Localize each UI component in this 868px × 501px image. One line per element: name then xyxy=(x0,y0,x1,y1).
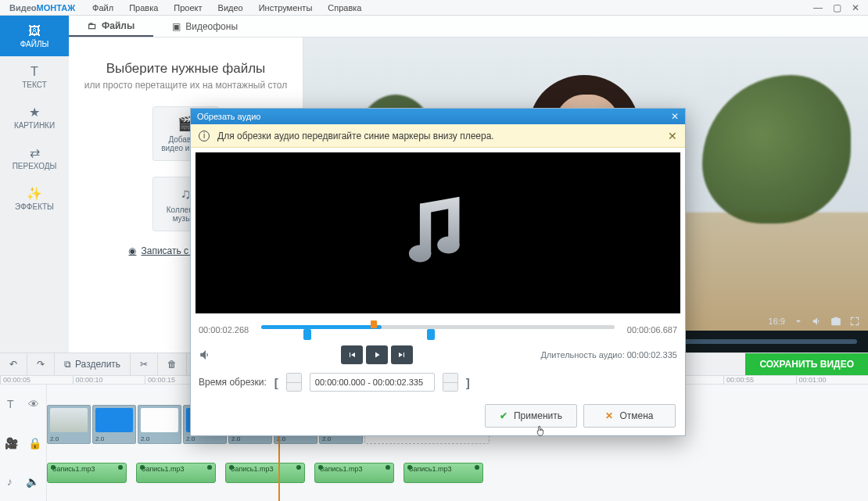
save-video-button[interactable]: СОХРАНИТЬ ВИДЕО xyxy=(745,353,868,375)
apply-button[interactable]: ✔ Применить xyxy=(485,404,577,428)
trim-range-input[interactable] xyxy=(310,373,435,392)
menu-project[interactable]: Проект xyxy=(166,3,210,13)
duration-label: Длительность аудио: 00:00:02.335 xyxy=(540,350,677,360)
volume-icon[interactable] xyxy=(199,348,213,362)
dialog-close-icon[interactable]: ✕ xyxy=(671,111,679,122)
split-button[interactable]: ⧉Разделить xyxy=(55,353,131,375)
delete-button[interactable]: 🗑 xyxy=(158,353,187,375)
audio-preview xyxy=(195,152,680,313)
check-icon: ✔ xyxy=(500,410,508,421)
volume-icon[interactable] xyxy=(812,316,823,327)
video-icon: ▣ xyxy=(172,21,181,32)
close-icon: ✕ xyxy=(605,410,613,421)
audio-clip[interactable]: Запись1.mp3 xyxy=(136,463,216,483)
audio-seek[interactable] xyxy=(261,322,615,338)
trim-audio-dialog: Обрезать аудио ✕ i Для обрезки аудио пер… xyxy=(190,108,686,436)
window-maximize-icon[interactable]: ▢ xyxy=(829,2,845,13)
video-track-icon[interactable]: 🎥 xyxy=(5,437,18,449)
hint-close-icon[interactable]: ✕ xyxy=(668,130,677,142)
audio-clip[interactable]: Запись1.mp3 xyxy=(404,463,483,483)
bracket-close-icon[interactable]: ] xyxy=(466,376,470,389)
nav-pictures[interactable]: ★КАРТИНКИ xyxy=(0,97,69,138)
nav-text[interactable]: TТЕКСТ xyxy=(0,56,69,97)
music-note-icon xyxy=(395,190,481,276)
camera-icon[interactable] xyxy=(830,316,841,327)
scissors-icon: ✂ xyxy=(140,359,148,370)
window-close-icon[interactable]: ✕ xyxy=(848,2,863,13)
lock-icon[interactable]: 🔒 xyxy=(28,437,41,449)
dialog-hint: i Для обрезки аудио передвигайте синие м… xyxy=(191,124,685,148)
menu-tools[interactable]: Инструменты xyxy=(251,3,321,13)
trim-end-handle[interactable] xyxy=(427,329,435,340)
play-button[interactable] xyxy=(366,345,388,364)
filepanel-title: Выберите нужные файлы xyxy=(106,61,266,77)
preview-controls: 16:9 xyxy=(761,312,868,331)
menu-file[interactable]: Файл xyxy=(84,3,121,13)
dialog-title: Обрезать аудио xyxy=(197,112,260,121)
app-brand: ВидеоМОНТАЖ xyxy=(0,3,84,13)
time-end: 00:00:06.687 xyxy=(622,325,677,335)
playhead-handle[interactable] xyxy=(371,320,377,328)
menubar: ВидеоМОНТАЖ Файл Правка Проект Видео Инс… xyxy=(0,0,868,16)
cut-button[interactable]: ✂ xyxy=(131,353,158,375)
menu-edit[interactable]: Правка xyxy=(121,3,166,13)
split-icon: ⧉ xyxy=(64,359,71,370)
trim-label: Время обрезки: xyxy=(199,377,267,388)
video-clip[interactable]: 2.0 xyxy=(92,405,136,444)
chevron-down-icon[interactable] xyxy=(793,316,804,327)
cancel-button[interactable]: ✕ Отмена xyxy=(583,404,676,428)
folder-icon: 🗀 xyxy=(88,20,97,31)
transition-icon: ⇄ xyxy=(30,145,40,160)
tab-videophones[interactable]: ▣Видеофоны xyxy=(153,16,256,37)
menu-help[interactable]: Справка xyxy=(320,3,369,13)
undo-icon: ↶ xyxy=(9,359,17,370)
sparkle-icon: ✨ xyxy=(27,186,42,201)
window-minimize-icon[interactable]: — xyxy=(810,2,826,13)
text-icon: T xyxy=(30,65,38,79)
menu-video[interactable]: Видео xyxy=(210,3,251,13)
nav-transitions[interactable]: ⇄ПЕРЕХОДЫ xyxy=(0,138,69,178)
redo-button[interactable]: ↷ xyxy=(27,353,55,375)
undo-button[interactable]: ↶ xyxy=(0,353,27,375)
audio-clip[interactable]: Запись1.mp3 xyxy=(314,463,394,483)
record-icon: ◉ xyxy=(128,245,136,256)
trim-start-stepper[interactable] xyxy=(286,373,302,392)
video-clip[interactable]: 2.0 xyxy=(47,405,91,444)
star-icon: ★ xyxy=(29,105,40,120)
info-icon: i xyxy=(199,131,210,141)
prev-button[interactable] xyxy=(341,345,363,364)
audio-clip[interactable]: Запись1.mp3 xyxy=(225,463,305,483)
image-icon: 🖼 xyxy=(28,24,41,38)
next-button[interactable] xyxy=(391,345,413,364)
nav-effects[interactable]: ✨ЭФФЕКТЫ xyxy=(0,178,69,219)
tab-files[interactable]: 🗀Файлы xyxy=(69,16,153,37)
secondary-tabs: 🗀Файлы ▣Видеофоны xyxy=(69,16,868,38)
trash-icon: 🗑 xyxy=(167,359,177,370)
video-clip[interactable]: 2.0 xyxy=(138,405,181,444)
audio-track-icon[interactable]: ♪ xyxy=(7,475,13,488)
visibility-icon[interactable]: 👁 xyxy=(28,398,39,410)
nav-files[interactable]: 🖼ФАЙЛЫ xyxy=(0,16,69,56)
dialog-titlebar[interactable]: Обрезать аудио ✕ xyxy=(191,109,685,124)
bracket-open-icon[interactable]: [ xyxy=(274,376,278,389)
left-nav: 🖼ФАЙЛЫ TТЕКСТ ★КАРТИНКИ ⇄ПЕРЕХОДЫ ✨ЭФФЕК… xyxy=(0,16,69,352)
audio-clip[interactable]: Запись1.mp3 xyxy=(47,463,127,483)
time-start: 00:00:02.268 xyxy=(199,325,253,335)
fullscreen-icon[interactable] xyxy=(849,316,860,327)
text-track-icon[interactable]: T xyxy=(7,398,14,410)
hint-text: Для обрезки аудио передвигайте синие мар… xyxy=(217,131,494,141)
trim-end-stepper[interactable] xyxy=(443,373,458,392)
mute-icon[interactable]: 🔈 xyxy=(26,475,39,488)
filepanel-subtitle: или просто перетащите их на монтажный ст… xyxy=(84,80,287,91)
trim-start-handle[interactable] xyxy=(303,329,311,340)
aspect-ratio-label[interactable]: 16:9 xyxy=(769,317,785,326)
audio-track[interactable]: Запись1.mp3 Запись1.mp3 Запись1.mp3 Запи… xyxy=(47,463,868,485)
redo-icon: ↷ xyxy=(37,359,45,370)
